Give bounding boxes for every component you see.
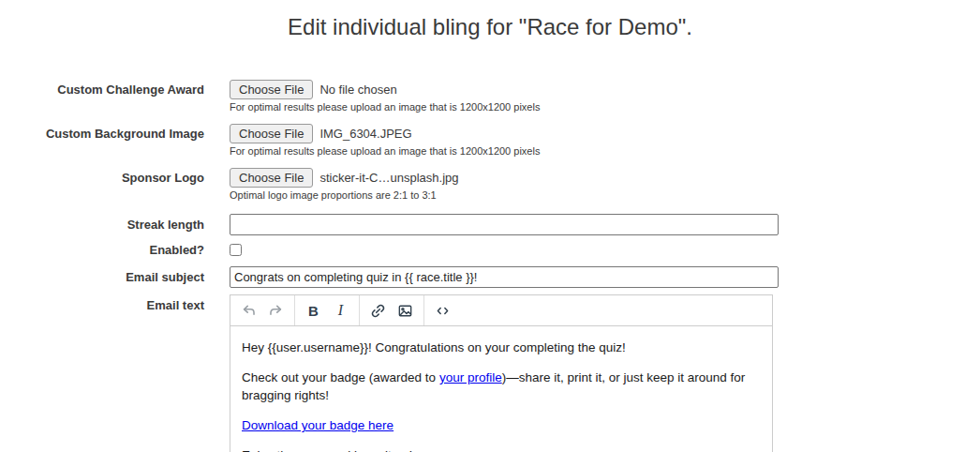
custom-background-image-help-text: For optimal results please upload an ima… xyxy=(230,145,540,158)
sponsor-logo-help-text: Optimal logo image proportions are 2:1 t… xyxy=(230,189,458,202)
badge-text-before: Check out your badge (awarded to xyxy=(242,370,439,384)
bold-icon[interactable]: B xyxy=(302,299,325,323)
email-text-label: Email text xyxy=(0,294,204,313)
field-email-text: Email text xyxy=(0,294,980,452)
field-sponsor-logo: Sponsor Logo Choose File sticker-it-C…un… xyxy=(0,168,980,202)
sponsor-logo-choose-file-button[interactable]: Choose File xyxy=(230,168,313,188)
toolbar-group-format: B I xyxy=(294,295,359,325)
enabled-label: Enabled? xyxy=(0,243,204,257)
email-text-editor: B I xyxy=(230,294,773,452)
undo-icon[interactable] xyxy=(237,299,260,323)
code-icon[interactable] xyxy=(431,299,454,323)
custom-challenge-award-file-name: No file chosen xyxy=(319,83,396,97)
custom-background-image-file-name: IMG_6304.JPEG xyxy=(319,127,411,141)
email-text-content[interactable]: Hey {{user.username}}! Congratulations o… xyxy=(230,326,772,452)
italic-icon[interactable]: I xyxy=(329,299,352,323)
email-paragraph-badge: Check out your badge (awarded to your pr… xyxy=(242,369,761,404)
custom-challenge-award-help-text: For optimal results please upload an ima… xyxy=(230,101,540,113)
sponsor-logo-file-name: sticker-it-C…unsplash.jpg xyxy=(319,171,458,185)
page-title: Edit individual bling for "Race for Demo… xyxy=(0,13,980,40)
custom-background-image-label: Custom Background Image xyxy=(0,124,204,143)
redo-icon[interactable] xyxy=(264,299,288,323)
your-profile-link[interactable]: your profile xyxy=(439,370,502,384)
field-custom-challenge-award: Custom Challenge Award Choose File No fi… xyxy=(0,80,980,113)
image-icon[interactable] xyxy=(393,299,417,323)
toolbar-group-insert xyxy=(359,295,423,325)
bling-edit-form: Custom Challenge Award Choose File No fi… xyxy=(0,80,980,452)
email-subject-label: Email subject xyxy=(0,266,204,288)
link-icon[interactable] xyxy=(366,299,390,323)
email-paragraph-greeting: Hey {{user.username}}! Congratulations o… xyxy=(242,339,761,356)
toolbar-group-history xyxy=(230,295,294,325)
field-enabled: Enabled? xyxy=(0,243,980,257)
email-paragraph-closing: Enjoy the race, and keep it up! xyxy=(242,446,761,452)
custom-challenge-award-choose-file-button[interactable]: Choose File xyxy=(230,80,313,99)
custom-background-image-choose-file-button[interactable]: Choose File xyxy=(230,124,313,143)
enabled-checkbox[interactable] xyxy=(230,244,242,256)
streak-length-input[interactable] xyxy=(230,214,779,235)
field-streak-length: Streak length xyxy=(0,214,980,235)
field-custom-background-image: Custom Background Image Choose File IMG_… xyxy=(0,124,980,158)
sponsor-logo-label: Sponsor Logo xyxy=(0,168,204,188)
streak-length-label: Streak length xyxy=(0,214,204,235)
custom-challenge-award-label: Custom Challenge Award xyxy=(0,80,204,99)
email-paragraph-download: Download your badge here xyxy=(242,416,761,434)
download-badge-link[interactable]: Download your badge here xyxy=(242,418,393,432)
editor-toolbar: B I xyxy=(230,295,772,326)
email-subject-input[interactable] xyxy=(230,266,779,288)
toolbar-group-code xyxy=(423,295,461,325)
field-email-subject: Email subject xyxy=(0,266,980,288)
